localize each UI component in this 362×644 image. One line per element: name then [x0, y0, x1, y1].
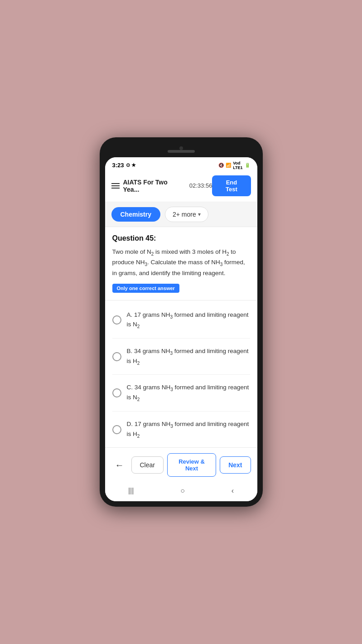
question-number: Question 45: — [112, 234, 250, 242]
menu-button[interactable] — [111, 183, 120, 189]
question-text: Two mole of N2 is mixed with 3 moles of … — [112, 247, 250, 278]
review-next-button[interactable]: Review & Next — [167, 453, 216, 477]
app-header: AIATS For Two Yea... 02:33:56 End Test — [105, 172, 257, 202]
option-c[interactable]: C. 34 grams NH3 formed and limiting reag… — [112, 375, 250, 411]
subject-tabs: Chemistry 2+ more ▾ — [105, 202, 257, 227]
option-d[interactable]: D. 17 grams NH3 formed and limiting reag… — [112, 412, 250, 447]
android-recent-icon[interactable]: ||| — [128, 487, 134, 495]
clear-button[interactable]: Clear — [131, 456, 164, 474]
option-c-text: C. 34 grams NH3 formed and limiting reag… — [127, 383, 250, 402]
timer-display: 02:33:56 — [189, 182, 212, 189]
next-button[interactable]: Next — [220, 456, 251, 474]
options-area: A. 17 grams NH3 formed and limiting reag… — [105, 302, 257, 448]
status-icons: ⊙ ★ — [126, 162, 136, 168]
radio-c[interactable] — [112, 388, 121, 397]
divider — [105, 300, 257, 300]
status-right-icons: 🔇 📶 VodLTE1 🔋 — [218, 161, 250, 170]
header-left: AIATS For Two Yea... 02:33:56 — [111, 179, 212, 193]
option-b-text: B. 34 grams NH3 formed and limiting reag… — [127, 347, 250, 366]
android-back-icon[interactable]: ‹ — [232, 487, 234, 495]
option-a-text: A. 17 grams NH3 formed and limiting reag… — [127, 310, 250, 330]
android-home-icon[interactable]: ○ — [180, 487, 185, 495]
android-nav-bar: ||| ○ ‹ — [105, 482, 257, 501]
chevron-down-icon: ▾ — [198, 211, 201, 218]
back-button[interactable]: ← — [111, 458, 128, 472]
end-test-button[interactable]: End Test — [212, 175, 251, 196]
status-time: 3:23 ⊙ ★ — [112, 162, 136, 169]
front-camera — [179, 146, 183, 150]
status-bar: 3:23 ⊙ ★ 🔇 📶 VodLTE1 🔋 — [105, 157, 257, 172]
phone-device: 3:23 ⊙ ★ 🔇 📶 VodLTE1 🔋 AIATS For Two Yea… — [100, 137, 263, 507]
radio-b[interactable] — [112, 352, 121, 361]
chemistry-tab[interactable]: Chemistry — [111, 207, 160, 222]
option-a[interactable]: A. 17 grams NH3 formed and limiting reag… — [112, 302, 250, 339]
question-area: Question 45: Two mole of N2 is mixed wit… — [105, 227, 257, 298]
bottom-nav: ← Clear Review & Next Next — [105, 447, 257, 482]
speaker-grille — [168, 150, 195, 153]
phone-screen: 3:23 ⊙ ★ 🔇 📶 VodLTE1 🔋 AIATS For Two Yea… — [105, 157, 257, 501]
answer-type-badge: Only one correct answer — [112, 284, 179, 293]
option-d-text: D. 17 grams NH3 formed and limiting reag… — [127, 420, 250, 439]
option-b[interactable]: B. 34 grams NH3 formed and limiting reag… — [112, 339, 250, 375]
radio-d[interactable] — [112, 425, 121, 434]
app-title: AIATS For Two Yea... — [123, 179, 184, 193]
more-tabs-button[interactable]: 2+ more ▾ — [165, 207, 208, 222]
radio-a[interactable] — [112, 315, 121, 324]
